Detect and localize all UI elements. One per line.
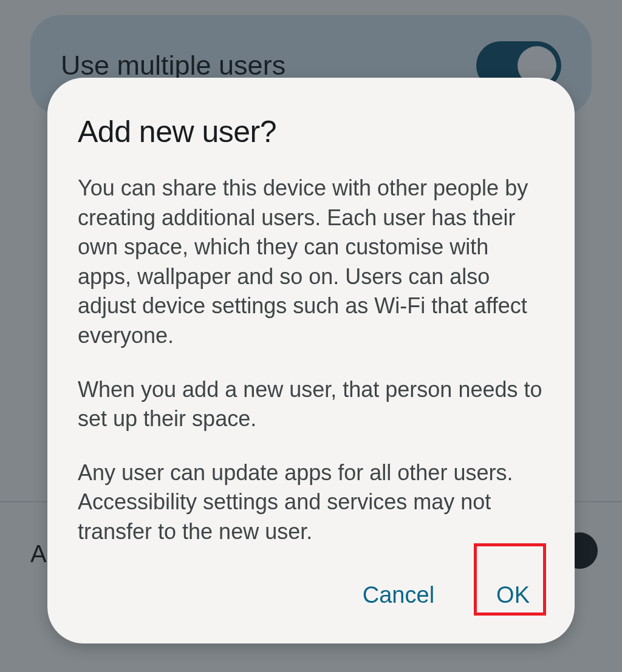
add-user-dialog: Add new user? You can share this device …: [47, 78, 575, 643]
dialog-actions: Cancel OK: [78, 571, 544, 619]
dialog-paragraph-2: When you add a new user, that person nee…: [78, 375, 544, 434]
cancel-button[interactable]: Cancel: [348, 571, 449, 619]
dialog-title: Add new user?: [78, 114, 544, 149]
dialog-paragraph-1: You can share this device with other peo…: [78, 174, 544, 351]
ok-button[interactable]: OK: [482, 571, 544, 619]
dialog-body: You can share this device with other peo…: [78, 174, 544, 547]
dialog-paragraph-3: Any user can update apps for all other u…: [78, 458, 544, 547]
